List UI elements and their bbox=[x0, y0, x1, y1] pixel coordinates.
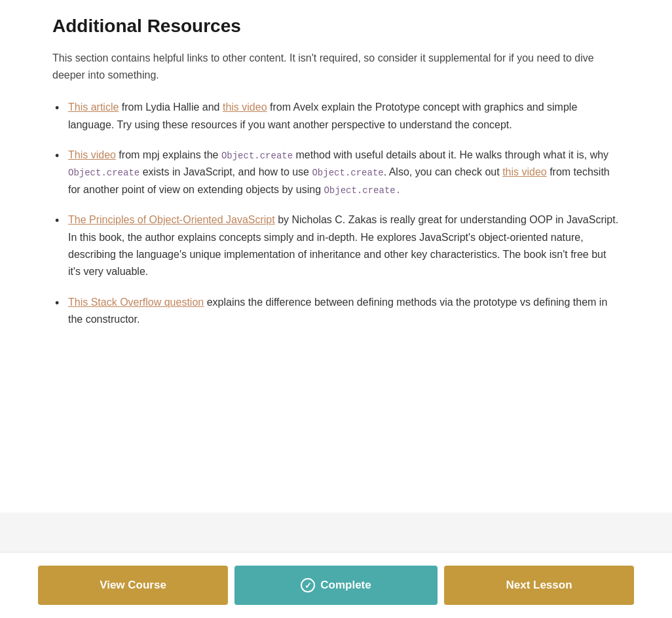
gray-section bbox=[0, 513, 672, 552]
resource-list: This article from Lydia Hallie and this … bbox=[52, 99, 620, 328]
main-content: Additional Resources This section contai… bbox=[0, 0, 672, 513]
complete-label: Complete bbox=[320, 579, 371, 592]
button-bar: View Course Complete Next Lesson bbox=[0, 552, 672, 618]
code-object-create-2: Object.create bbox=[68, 168, 140, 178]
code-object-create-3: Object.create bbox=[312, 168, 383, 178]
code-object-create-4: Object.create. bbox=[324, 185, 401, 196]
complete-button[interactable]: Complete bbox=[234, 566, 438, 605]
list-item: This Stack Overflow question explains th… bbox=[52, 294, 620, 329]
item1-text1: from Lydia Hallie and bbox=[119, 101, 223, 113]
intro-text: This section contains helpful links to o… bbox=[52, 50, 620, 83]
next-lesson-button[interactable]: Next Lesson bbox=[444, 566, 634, 605]
list-item: This video from mpj explains the Object.… bbox=[52, 147, 620, 198]
list-item: This article from Lydia Hallie and this … bbox=[52, 99, 620, 134]
item2-text4: . Also, you can check out bbox=[384, 166, 502, 177]
this-video-link-1[interactable]: this video bbox=[223, 101, 267, 113]
this-article-link[interactable]: This article bbox=[68, 101, 119, 113]
item2-text3: exists in JavaScript, and how to use bbox=[140, 166, 312, 177]
next-lesson-label: Next Lesson bbox=[506, 579, 572, 592]
item2-text1: from mpj explains the bbox=[116, 149, 221, 160]
item2-text2: method with useful details about it. He … bbox=[293, 149, 608, 160]
list-item: The Principles of Object-Oriented JavaSc… bbox=[52, 211, 620, 281]
check-icon bbox=[301, 578, 315, 592]
this-video-link-3[interactable]: this video bbox=[502, 166, 547, 177]
oop-book-link[interactable]: The Principles of Object-Oriented JavaSc… bbox=[68, 214, 275, 225]
code-object-create-1: Object.create bbox=[221, 151, 293, 161]
view-course-button[interactable]: View Course bbox=[38, 566, 228, 605]
this-video-link-2[interactable]: This video bbox=[68, 149, 116, 160]
view-course-label: View Course bbox=[100, 579, 166, 592]
stack-overflow-link[interactable]: This Stack Overflow question bbox=[68, 297, 204, 308]
page-title: Additional Resources bbox=[52, 16, 620, 37]
